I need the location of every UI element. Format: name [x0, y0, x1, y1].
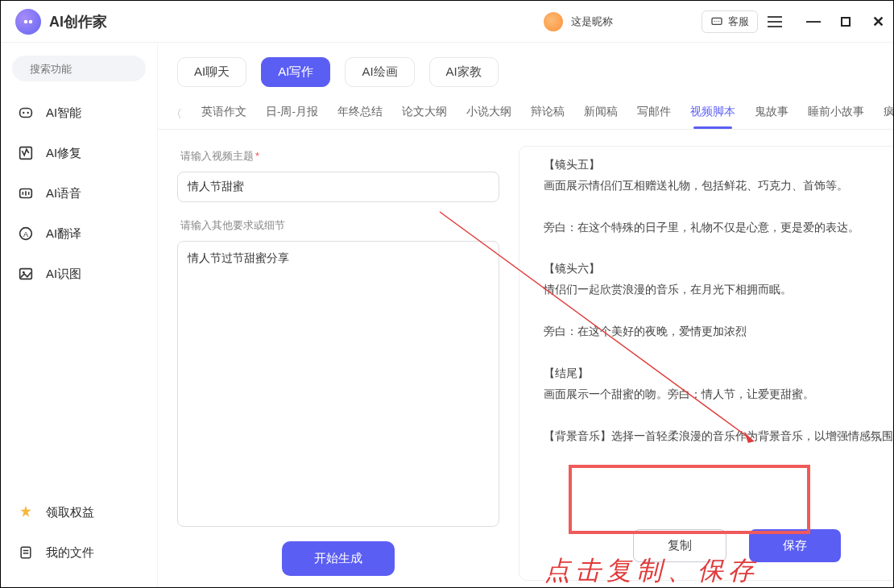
menu-icon[interactable]	[768, 16, 782, 27]
support-button[interactable]: 客服	[702, 10, 758, 33]
avatar	[544, 12, 563, 31]
sidebar-item-label: 我的文件	[46, 545, 94, 561]
chat-icon	[710, 15, 723, 28]
voice-icon	[17, 184, 35, 202]
app-title: AI创作家	[49, 12, 107, 31]
svg-point-9	[23, 112, 24, 114]
minimize-button[interactable]: —	[806, 14, 821, 29]
svg-rect-8	[20, 109, 32, 118]
sidebar-item-label: AI语音	[46, 186, 81, 201]
close-button[interactable]: ✕	[871, 14, 885, 29]
scroll-left-icon[interactable]: 〈	[169, 107, 184, 122]
topic-label: 请输入视频主题*	[180, 149, 499, 164]
sidebar-item-ai-voice[interactable]: AI语音	[12, 173, 146, 213]
tab-ai-chat[interactable]: AI聊天	[177, 57, 246, 87]
sidebar-item-ai-translate[interactable]: A AI翻译	[12, 213, 146, 254]
sub-tab[interactable]: 睡前小故事	[806, 100, 866, 129]
save-button[interactable]: 保存	[749, 529, 841, 562]
sidebar-item-ai-repair[interactable]: AI修复	[12, 133, 146, 173]
search-box[interactable]	[12, 56, 146, 81]
nickname-label: 这是昵称	[571, 14, 613, 29]
sub-tab[interactable]: 辩论稿	[529, 100, 566, 129]
svg-point-1	[29, 19, 33, 23]
sub-tab[interactable]: 英语作文	[200, 100, 248, 129]
sidebar-item-ai-smart[interactable]: AI智能	[12, 93, 146, 133]
sidebar-item-label: AI智能	[46, 106, 81, 121]
sidebar-item-label: AI识图	[46, 267, 81, 282]
svg-text:A: A	[23, 230, 29, 238]
window-controls: — ✕	[806, 14, 885, 29]
sidebar-item-ai-image[interactable]: AI识图	[12, 254, 146, 294]
sub-tab[interactable]: 小说大纲	[465, 100, 513, 129]
svg-rect-20	[21, 547, 31, 557]
sub-tabs: 〈 英语作文 日-周-月报 年终总结 论文大纲 小说大纲 辩论稿 新闻稿 写邮件…	[158, 95, 894, 130]
sidebar-item-rewards[interactable]: 领取权益	[12, 492, 146, 532]
content-area: AI聊天 AI写作 AI绘画 AI家教 〈 英语作文 日-周-月报 年终总结 论…	[158, 43, 894, 587]
details-textarea[interactable]	[177, 241, 499, 527]
repair-icon	[17, 144, 35, 162]
topic-input[interactable]	[177, 172, 499, 202]
titlebar: AI创作家 这是昵称 客服 — ✕	[1, 1, 893, 43]
sub-tab[interactable]: 新闻稿	[582, 100, 619, 129]
sidebar-item-files[interactable]: 我的文件	[12, 532, 146, 573]
svg-point-0	[24, 19, 28, 23]
maximize-button[interactable]	[838, 14, 853, 29]
details-label: 请输入其他要求或细节	[180, 218, 499, 233]
sidebar-item-label: AI修复	[46, 146, 81, 161]
search-input[interactable]	[30, 63, 165, 75]
sidebar-item-label: 领取权益	[46, 505, 94, 520]
output-panel: 【镜头五】 画面展示情侣们互相赠送礼物，包括鲜花、巧克力、首饰等。 旁白：在这个…	[519, 146, 894, 581]
reward-icon	[17, 503, 35, 521]
top-tabs: AI聊天 AI写作 AI绘画 AI家教	[158, 43, 894, 95]
sub-tab[interactable]: 日-周-月报	[264, 100, 320, 129]
generate-button[interactable]: 开始生成	[282, 541, 395, 576]
user-area[interactable]: 这是昵称	[544, 12, 613, 31]
sub-tab[interactable]: 写邮件	[635, 100, 673, 129]
sub-tab[interactable]: 论文大纲	[400, 100, 449, 129]
image-icon	[17, 265, 35, 283]
form-panel: 请输入视频主题* 请输入其他要求或细节 开始生成	[177, 146, 499, 581]
output-text: 【镜头五】 画面展示情侣们互相赠送礼物，包括鲜花、巧克力、首饰等。 旁白：在这个…	[544, 155, 894, 512]
svg-point-3	[714, 20, 715, 21]
app-logo-icon	[15, 9, 41, 35]
sidebar-item-label: AI翻译	[46, 226, 81, 242]
tab-ai-tutor[interactable]: AI家教	[429, 57, 499, 87]
sub-tab-active[interactable]: 视频脚本	[689, 100, 737, 129]
tab-ai-draw[interactable]: AI绘画	[345, 57, 414, 87]
support-label: 客服	[728, 14, 749, 29]
sub-tab[interactable]: 鬼故事	[753, 100, 790, 129]
sub-tab[interactable]: 年终总结	[336, 100, 384, 129]
smart-icon	[17, 104, 35, 122]
sub-tab[interactable]: 疯狂	[882, 100, 894, 129]
file-icon	[17, 544, 35, 561]
sidebar: AI智能 AI修复 AI语音 A AI翻译 AI识图 领取权益 我的文件	[1, 43, 158, 587]
svg-point-4	[716, 20, 717, 21]
tab-ai-write[interactable]: AI写作	[261, 57, 330, 87]
svg-point-10	[27, 112, 29, 114]
translate-icon: A	[17, 225, 35, 242]
copy-button[interactable]: 复制	[633, 529, 726, 562]
svg-point-5	[718, 20, 719, 21]
